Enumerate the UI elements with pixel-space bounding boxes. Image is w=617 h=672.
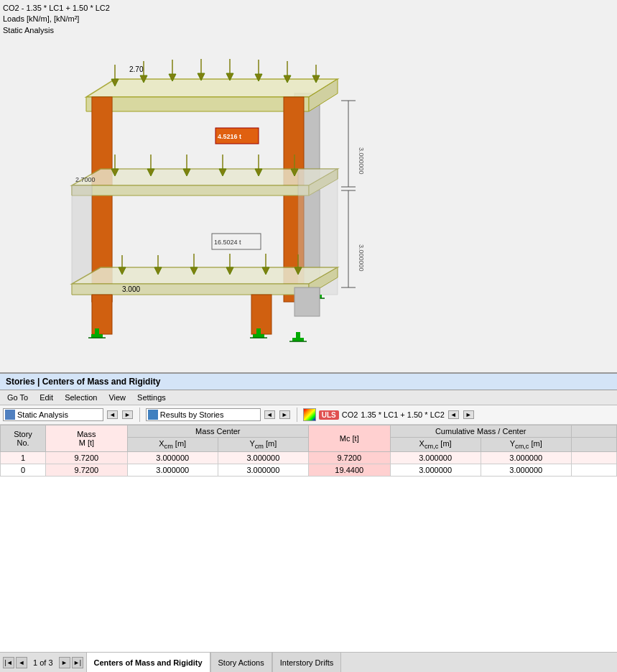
next-page-btn[interactable]: ►	[59, 657, 70, 668]
cell-extra-1	[571, 452, 616, 464]
prev-results-btn[interactable]: ◄	[264, 410, 275, 419]
svg-text:3.000000: 3.000000	[358, 244, 365, 272]
menu-view[interactable]: View	[107, 392, 127, 402]
cell-ycmc-1: 3.000000	[481, 452, 571, 464]
tab-interstory-drifts[interactable]: Interstory Drifts	[272, 653, 342, 673]
combo-formula: 1.35 * LC1 + 1.50 * LC2	[361, 410, 445, 419]
toolbar-separator-1	[139, 408, 140, 422]
svg-marker-33	[72, 169, 338, 185]
tab-story-actions[interactable]: Story Actions	[210, 653, 272, 673]
next-analysis-btn[interactable]: ►	[122, 410, 133, 419]
svg-rect-80	[296, 332, 300, 338]
cell-xcmc-1: 3.000000	[390, 452, 481, 464]
cell-story-0: 0	[1, 464, 46, 477]
cell-mc-1: 9.7200	[308, 452, 390, 464]
mass-center-table: StoryNo. MassM [t] Mass Center Mc [t] Cu…	[0, 425, 617, 477]
col-header-ycmc: Ycm,c [m]	[481, 438, 571, 452]
cell-mc-0: 19.4400	[308, 464, 390, 477]
next-combo-btn[interactable]: ►	[463, 410, 474, 419]
uls-badge: ULS	[319, 410, 339, 420]
col-header-mc: Mc [t]	[308, 425, 390, 452]
prev-combo-btn[interactable]: ◄	[448, 410, 459, 419]
col-header-story: StoryNo.	[1, 425, 46, 452]
svg-rect-71	[92, 295, 112, 334]
header-line2: Loads [kN/m], [kN/m²]	[3, 14, 110, 24]
data-table-container: StoryNo. MassM [t] Mass Center Mc [t] Cu…	[0, 425, 617, 477]
last-page-btn[interactable]: ►|	[72, 657, 83, 668]
tab-mass-center[interactable]: Centers of Mass and Rigidity	[86, 653, 210, 673]
header-line1: CO2 - 1.35 * LC1 + 1.50 * LC2	[3, 3, 110, 14]
cell-ycm-1: 3.000000	[218, 452, 308, 464]
menu-edit[interactable]: Edit	[38, 392, 55, 402]
svg-text:3.000: 3.000	[122, 285, 140, 293]
toolbar-row: Static Analysis ◄ ► Results by Stories ◄…	[0, 405, 617, 425]
results-label: Results by Stories	[160, 410, 224, 419]
svg-text:2.7000: 2.7000	[75, 176, 96, 183]
col-header-ycm: Ycm [m]	[218, 438, 308, 452]
cell-xcm-1: 3.000000	[127, 452, 218, 464]
status-bar: |◄ ◄ 1 of 3 ► ►| Centers of Mass and Rig…	[0, 652, 617, 672]
svg-rect-72	[251, 295, 272, 334]
color-swatch	[303, 408, 316, 421]
cell-ycmc-0: 3.000000	[481, 464, 571, 477]
col-header-xcmc: Xcm,c [m]	[390, 438, 481, 452]
page-info: 1 of 3	[29, 658, 57, 667]
structure-viewport: 3.000000 3.000000	[29, 29, 402, 359]
col-extra	[571, 425, 616, 438]
svg-marker-10	[86, 79, 338, 97]
analysis-icon	[5, 410, 15, 420]
cell-mass-1: 9.7200	[46, 452, 128, 464]
col-group-cumulative: Cumulative Mass / Center	[390, 425, 571, 438]
col-header-xcm: Xcm [m]	[127, 438, 218, 452]
table-row: 0 9.7200 3.000000 3.000000 19.4400 3.000…	[1, 464, 617, 477]
prev-analysis-btn[interactable]: ◄	[107, 410, 118, 419]
combo-label: CO2	[342, 410, 358, 419]
cell-xcmc-0: 3.000000	[390, 464, 481, 477]
col-extra-2	[571, 438, 616, 452]
cell-xcm-0: 3.000000	[127, 464, 218, 477]
table-row: 1 9.7200 3.000000 3.000000 9.7200 3.0000…	[1, 452, 617, 464]
svg-marker-11	[86, 97, 309, 111]
svg-text:2.70: 2.70	[129, 65, 144, 73]
svg-marker-56	[72, 284, 309, 295]
svg-text:4.5216 t: 4.5216 t	[218, 133, 241, 140]
viewport: CO2 - 1.35 * LC1 + 1.50 * LC2 Loads [kN/…	[0, 0, 617, 374]
panel-title: Stories | Centers of Mass and Rigidity	[0, 374, 617, 390]
analysis-label: Static Analysis	[17, 410, 68, 419]
results-icon	[148, 410, 158, 420]
svg-rect-74	[95, 328, 99, 334]
bottom-panel: Stories | Centers of Mass and Rigidity G…	[0, 374, 617, 672]
cell-ycm-0: 3.000000	[218, 464, 308, 477]
results-selector[interactable]: Results by Stories	[146, 408, 261, 421]
menu-goto[interactable]: Go To	[6, 392, 29, 402]
analysis-selector[interactable]: Static Analysis	[3, 408, 103, 421]
first-page-btn[interactable]: |◄	[3, 657, 14, 668]
svg-text:16.5024 t: 16.5024 t	[214, 239, 241, 246]
toolbar-separator-2	[297, 408, 297, 422]
cell-mass-0: 9.7200	[46, 464, 128, 477]
menu-selection[interactable]: Selection	[63, 392, 98, 402]
prev-page-btn[interactable]: ◄	[16, 657, 27, 668]
menu-settings[interactable]: Settings	[136, 392, 167, 402]
svg-rect-77	[256, 328, 261, 334]
page-navigation: |◄ ◄ 1 of 3 ► ►|	[0, 657, 86, 668]
svg-text:3.000000: 3.000000	[358, 147, 365, 175]
col-group-mass-center: Mass Center	[127, 425, 308, 438]
cell-story-1: 1	[1, 452, 46, 464]
menu-bar: Go To Edit Selection View Settings	[0, 390, 617, 405]
next-results-btn[interactable]: ►	[279, 410, 290, 419]
svg-rect-85	[294, 287, 320, 316]
col-header-mass: MassM [t]	[46, 425, 128, 452]
svg-marker-34	[72, 185, 309, 195]
cell-extra-0	[571, 464, 616, 477]
